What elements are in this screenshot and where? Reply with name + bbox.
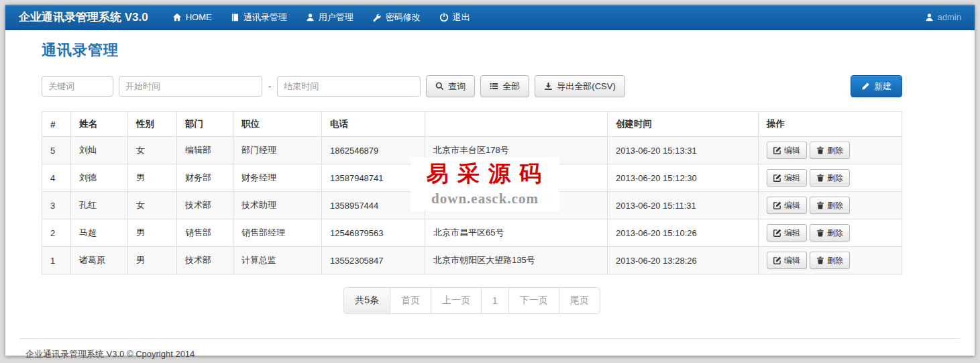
export-csv-button[interactable]: 导出全部(CSV) [535, 75, 624, 97]
edit-button[interactable]: 编辑 [767, 252, 807, 269]
cell-dept: 技术部 [177, 192, 233, 219]
range-separator: - [268, 81, 272, 91]
trash-icon [816, 146, 824, 154]
edit-button-label: 编辑 [784, 200, 800, 211]
cell-dept: 销售部 [177, 219, 233, 247]
page-title: 通讯录管理 [42, 30, 902, 60]
table-row: 5 刘灿 女 编辑部 部门经理 1862546879 北京市丰台区178号 20… [42, 137, 902, 164]
cell-actions: 编辑删除 [759, 192, 902, 219]
book-icon [231, 13, 239, 22]
delete-button[interactable]: 删除 [810, 252, 850, 269]
app-title[interactable]: 企业通讯录管理系统 V3.0 [19, 9, 148, 25]
trash-icon [816, 174, 824, 182]
query-button[interactable]: 查询 [426, 75, 475, 97]
cell-created: 2013-06-20 13:28:26 [608, 247, 759, 274]
pagination-first-page[interactable]: 首页 [390, 287, 431, 314]
all-button[interactable]: 全部 [480, 75, 529, 97]
new-button[interactable]: 新建 [851, 75, 902, 97]
wrench-icon [372, 13, 382, 22]
home-icon [172, 13, 182, 22]
edit-icon [773, 201, 781, 209]
col-header-name: 姓名 [71, 112, 128, 137]
delete-button[interactable]: 删除 [810, 224, 850, 242]
export-csv-button-label: 导出全部(CSV) [557, 81, 615, 93]
edit-button[interactable]: 编辑 [767, 197, 807, 214]
pagination-page-1[interactable]: 1 [481, 287, 509, 314]
nav-item-users[interactable]: 用户管理 [296, 5, 363, 30]
trash-icon [816, 229, 824, 237]
cell-phone: 13587948741 [322, 164, 425, 192]
pagination-last-page[interactable]: 尾页 [559, 287, 600, 314]
cell-position: 销售部经理 [233, 219, 322, 247]
edit-button[interactable]: 编辑 [767, 169, 807, 187]
cell-phone: 12546879563 [322, 219, 425, 247]
cell-created: 2013-06-20 15:10:26 [608, 219, 759, 247]
cell-id: 5 [42, 137, 71, 164]
col-header-dept: 部门 [177, 112, 233, 137]
end-time-input[interactable] [277, 76, 421, 97]
start-time-input[interactable] [119, 76, 262, 97]
cell-gender: 男 [128, 164, 177, 192]
cell-name: 马超 [71, 219, 128, 247]
cell-phone: 13552305847 [322, 247, 425, 274]
nav-item-home[interactable]: HOME [163, 5, 221, 30]
keyword-input[interactable] [42, 76, 113, 97]
edit-icon [773, 256, 781, 264]
edit-button[interactable]: 编辑 [767, 142, 807, 159]
cell-actions: 编辑删除 [759, 247, 902, 274]
cell-address [425, 164, 608, 192]
cell-actions: 编辑删除 [759, 137, 902, 164]
nav-item-password[interactable]: 密码修改 [363, 5, 430, 30]
cell-phone: 1862546879 [322, 137, 425, 164]
edit-button[interactable]: 编辑 [767, 224, 807, 242]
nav-item-label: HOME [186, 12, 212, 22]
pagination-next-page[interactable]: 下一页 [508, 287, 559, 314]
cell-phone: 1358957444 [322, 192, 425, 219]
pagination-total: 共5条 [343, 287, 390, 314]
delete-button-label: 删除 [827, 200, 843, 211]
pagination: 共5条 首页 上一页 1 下一页 尾页 [42, 287, 902, 314]
delete-button[interactable]: 删除 [810, 197, 850, 214]
table-header-row: # 姓名 性别 部门 职位 电话 创建时间 操作 [42, 112, 902, 137]
nav-item-contacts[interactable]: 通讯录管理 [221, 5, 296, 30]
navbar-user-menu[interactable]: admin [925, 12, 961, 22]
edit-button-label: 编辑 [784, 145, 800, 156]
pagination-prev-page[interactable]: 上一页 [431, 287, 482, 314]
delete-button[interactable]: 删除 [810, 169, 850, 187]
edit-icon [773, 174, 781, 182]
cell-position: 技术助理 [233, 192, 322, 219]
cell-name: 刘德 [71, 164, 128, 192]
edit-icon [773, 146, 781, 154]
cell-position: 财务经理 [233, 164, 322, 192]
cell-dept: 技术部 [177, 247, 233, 274]
delete-button-label: 删除 [827, 227, 843, 239]
all-button-label: 全部 [502, 81, 520, 93]
col-header-actions: 操作 [759, 112, 902, 137]
cell-dept: 编辑部 [177, 137, 233, 164]
app-window: 企业通讯录管理系统 V3.0 HOME 通讯录管理 用户管理 密码修改 [5, 5, 975, 356]
cell-address: 北京市朝阳区大望路135号 [425, 247, 608, 274]
cell-actions: 编辑删除 [759, 219, 902, 247]
delete-button-label: 删除 [827, 255, 843, 266]
edit-button-label: 编辑 [784, 255, 800, 266]
search-icon [435, 82, 444, 91]
power-icon [439, 13, 449, 22]
user-icon [306, 13, 315, 22]
nav-item-label: 密码修改 [386, 11, 421, 23]
contacts-table-wrap: # 姓名 性别 部门 职位 电话 创建时间 操作 5 刘灿 [42, 111, 902, 274]
delete-button[interactable]: 删除 [810, 142, 850, 159]
new-button-label: 新建 [874, 81, 891, 93]
main-content: 通讯录管理 - 查询 全部 导出全部 [42, 30, 902, 314]
trash-icon [816, 256, 824, 264]
search-toolbar: - 查询 全部 导出全部(CSV) [42, 75, 902, 97]
cell-id: 4 [42, 164, 71, 192]
delete-button-label: 删除 [827, 145, 843, 156]
cell-address: 北京市丰台区178号 [425, 137, 608, 164]
table-row: 2 马超 男 销售部 销售部经理 12546879563 北京市昌平区65号 2… [42, 219, 902, 247]
top-navbar: 企业通讯录管理系统 V3.0 HOME 通讯录管理 用户管理 密码修改 [5, 5, 975, 30]
pencil-icon [861, 82, 870, 91]
edit-button-label: 编辑 [784, 227, 800, 239]
nav-item-logout[interactable]: 退出 [430, 5, 480, 30]
download-icon [544, 82, 553, 91]
list-icon [490, 82, 498, 91]
